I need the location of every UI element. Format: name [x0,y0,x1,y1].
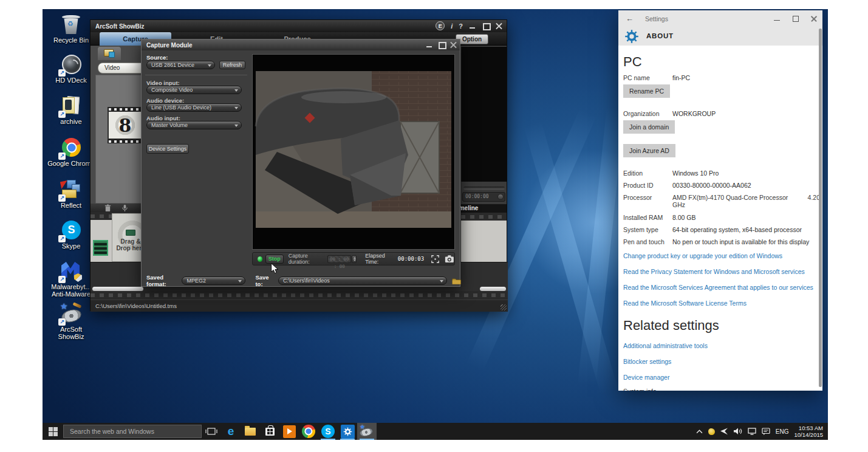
taskbar-file-explorer[interactable] [241,423,260,440]
taskbar-skype[interactable]: S [318,423,338,440]
dialog-title: Capture Module [142,42,193,49]
close-button[interactable] [496,22,503,30]
dialog-titlebar[interactable]: Capture Module [142,39,460,50]
start-button[interactable] [43,423,63,440]
capture-duration-label: Capture duration: [289,253,326,265]
minimize-button[interactable] [774,15,781,22]
link-system-info-clipped[interactable]: System info [623,388,657,391]
link-license-terms[interactable]: Read the Microsoft Software License Term… [623,300,747,307]
seek-slider[interactable] [463,187,505,190]
delete-trash-icon[interactable] [104,204,112,212]
showbiz-titlebar[interactable]: ArcSoft ShowBiz E i ? [91,20,507,32]
task-view-button[interactable] [202,423,221,440]
saved-format-dropdown[interactable]: MPEG2 [182,276,245,285]
browse-folder-icon[interactable] [452,276,461,286]
duration-spinner[interactable] [352,255,357,263]
tray-chevron-up-icon[interactable] [696,430,703,434]
device-settings-button[interactable]: Device Settings [146,144,189,154]
spec-row-system-type: System type64-bit operating system, x64-… [623,226,802,233]
maximize-button[interactable] [482,22,490,30]
minimize-button[interactable] [469,22,476,30]
join-azure-ad-button[interactable]: Join Azure AD [623,144,675,157]
stop-button[interactable]: Stop [265,255,284,264]
fullscreen-icon[interactable] [431,255,439,264]
video-clip-thumbnail[interactable]: 8 [108,107,143,143]
timeline-track-area [461,221,507,262]
maximize-button[interactable] [793,16,799,22]
info-button[interactable]: i [451,22,453,30]
join-domain-button[interactable]: Join a domain [623,120,675,134]
tray-airplane-icon[interactable] [720,428,728,435]
media-tab-icon [104,49,114,56]
desktop-icon-reflect[interactable]: ↗ Reflect [47,179,95,209]
taskbar-settings[interactable] [338,423,357,440]
back-arrow-icon[interactable]: ← [626,14,634,23]
settings-titlebar[interactable]: ← Settings [618,10,822,27]
tray-volume-icon[interactable] [734,428,742,435]
countdown-number: 8 [119,115,132,136]
desktop-icon-arcsoft-showbiz[interactable]: ★ ↗ ArcSoft ShowBiz [47,303,95,340]
duration-input[interactable]: 00 : 00 : 00 [327,255,351,263]
audio-input-dropdown[interactable]: Master Volume [146,121,242,129]
close-button[interactable] [811,15,818,22]
link-device-manager[interactable]: Device manager [623,374,669,381]
rename-pc-button[interactable]: Rename PC [623,84,670,98]
capture-module-dialog: Capture Module Source: USB 2861 Device R… [141,39,460,287]
close-button[interactable] [450,41,457,49]
link-services-agreement[interactable]: Read the Microsoft Services Agreement th… [623,284,813,291]
tray-malwarebytes-icon[interactable] [708,428,715,435]
store-icon [265,428,275,436]
maximize-button[interactable] [438,41,445,49]
timecode-spinner[interactable] [497,194,504,200]
spec-row-pen-touch: Pen and touchNo pen or touch input is av… [623,238,809,245]
microphone-icon[interactable] [121,204,129,212]
timeline-scrollbar-left[interactable] [92,287,143,291]
save-to-dropdown[interactable]: C:\Users\fin\Videos [278,276,447,285]
spec-row-installed-ram: Installed RAM8.00 GB [623,214,696,221]
save-to-label: Save to: [255,274,273,287]
taskbar-edge[interactable]: e [221,423,241,440]
link-privacy-statement[interactable]: Read the Privacy Statement for Windows a… [623,268,805,275]
link-bitlocker[interactable]: Bitlocker settings [623,358,671,365]
source-dropdown[interactable]: USB 2861 Device [146,61,215,69]
taskbar-chrome[interactable] [299,423,318,440]
desktop-icon-hd-vdeck[interactable]: ↗ HD VDeck [47,53,95,84]
snapshot-camera-icon[interactable] [445,254,454,264]
desktop-icon-label: Google Chrome [47,160,95,167]
settings-scrollbar[interactable] [819,29,822,387]
option-button[interactable]: Option [456,34,488,44]
about-section-title: ABOUT [646,32,674,39]
desktop-icon-malwarebytes[interactable]: ↗ Malwarebyt... Anti-Malware [47,260,95,298]
tray-language-indicator[interactable]: ENG [776,428,789,435]
help-button[interactable]: ? [459,22,463,30]
link-admin-tools[interactable]: Additional administrative tools [623,342,708,349]
desktop-icon-recycle-bin[interactable]: ♻ Recycle Bin [47,13,95,44]
storyboard-clip-icon[interactable] [93,240,108,256]
tray-action-center-icon[interactable] [762,428,770,435]
tray-clock[interactable]: 10:53 AM 10/14/2015 [794,425,823,438]
audio-device-dropdown[interactable]: Line (USB Audio Device) [146,103,242,112]
resize-grip[interactable] [501,304,507,310]
desktop-icon-google-chrome[interactable]: ↗ Google Chrome [47,137,95,167]
desktop-icon-skype[interactable]: S ↗ Skype [47,219,95,250]
refresh-button[interactable]: Refresh [219,61,245,69]
taskbar: e S ★ ENG 10:53 AM 10/14/ [43,423,828,440]
media-library-tab[interactable] [98,47,121,60]
taskbar-films-tv[interactable] [279,423,299,440]
timeline-tab-bar[interactable]: Timeline [461,204,507,213]
taskbar-search-input[interactable] [63,425,202,438]
desktop-icon-label: archive [47,118,95,125]
taskbar-store[interactable] [260,423,279,440]
hd-vdeck-icon: ↗ [60,53,83,75]
taskbar-showbiz[interactable]: ★ [357,423,377,440]
link-change-product-key[interactable]: Change product key or upgrade your editi… [623,252,782,259]
minimize-button[interactable] [426,41,433,49]
timeline-scrollbar-right[interactable] [480,287,506,291]
desktop-icon-archive[interactable]: ↗ archive [47,95,95,125]
shortcut-arrow-icon: ↗ [58,235,66,242]
video-input-dropdown[interactable]: Composite Video [146,86,242,94]
showbiz-logo-button[interactable]: E [436,21,445,30]
tray-network-icon[interactable] [748,428,756,435]
shortcut-arrow-icon: ↗ [58,152,66,160]
showbiz-icon: ★ [360,426,374,437]
